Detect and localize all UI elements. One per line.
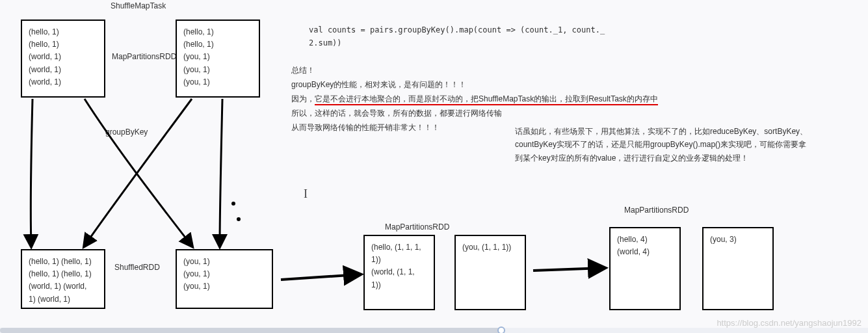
label-map-partitions-rdd-right: MapPartitionsRDD (624, 206, 689, 215)
box-shuffled-partition-2: (you, 1) (you, 1) (you, 1) (176, 249, 273, 309)
box-input-partition-2: (hello, 1) (hello, 1) (you, 1) (you, 1) … (176, 20, 260, 98)
text-p2: 因为，它是不会进行本地聚合的，而是原封不动的，把ShuffleMapTask的输… (291, 92, 658, 105)
dot-icon (237, 217, 241, 221)
code-line-1: val counts = pairs.groupByKey().map(coun… (309, 23, 605, 36)
text-cursor-icon: I (304, 187, 308, 201)
label-map-partitions-rdd-top: MapPartitionsRDD (112, 52, 176, 61)
box-result-2: (you, 3) (702, 227, 774, 310)
box-grouped-1: (hello, (1, 1, 1, 1)) (world, (1, 1, 1)) (363, 235, 435, 310)
label-shuffle-map-task: ShuffleMapTask (111, 1, 166, 10)
box-input-partition-1: (hello, 1) (hello, 1) (world, 1) (world,… (21, 20, 105, 98)
text-side-p2: countByKey实现不了的话，还是只能用groupByKey().map()… (515, 138, 853, 151)
box-grouped-2: (you, (1, 1, 1)) (454, 235, 526, 310)
label-map-partitions-rdd-mid: MapPartitionsRDD (385, 222, 449, 232)
horizontal-scrollbar-thumb[interactable] (0, 328, 501, 333)
text-side-p1: 话虽如此，有些场景下，用其他算法，实现不了的，比如reduceByKey、sor… (515, 125, 853, 138)
box-shuffled-partition-1: (hello, 1) (hello, 1) (hello, 1) (hello,… (21, 249, 105, 309)
scrollbar-handle-icon[interactable] (497, 326, 505, 333)
label-group-by-key: groupByKey (105, 127, 148, 137)
text-p4: 从而导致网络传输的性能开销非常大！！！ (291, 121, 440, 134)
box-result-1: (hello, 4) (world, 4) (609, 227, 681, 310)
text-p1: groupByKey的性能，相对来说，是有问题的！！！ (291, 78, 466, 91)
text-p2a: 因为， (291, 94, 315, 103)
watermark-text: https://blog.csdn.net/yangshaojun1992 (717, 318, 861, 328)
code-line-2: 2.sum)) (309, 36, 605, 49)
text-p3: 所以，这样的话，就会导致，所有的数据，都要进行网络传输 (291, 107, 502, 120)
text-summary: 总结！ (291, 64, 315, 77)
label-shuffled-rdd: ShuffledRDD (114, 263, 160, 272)
dot-icon (231, 202, 235, 206)
text-p2b-underline: 它是不会进行本地聚合的，而是原封不动的，把ShuffleMapTask的输出，拉… (315, 94, 658, 105)
text-side-p3: 到某个key对应的所有的value，进行进行自定义的业务逻辑的处理！ (515, 152, 853, 165)
